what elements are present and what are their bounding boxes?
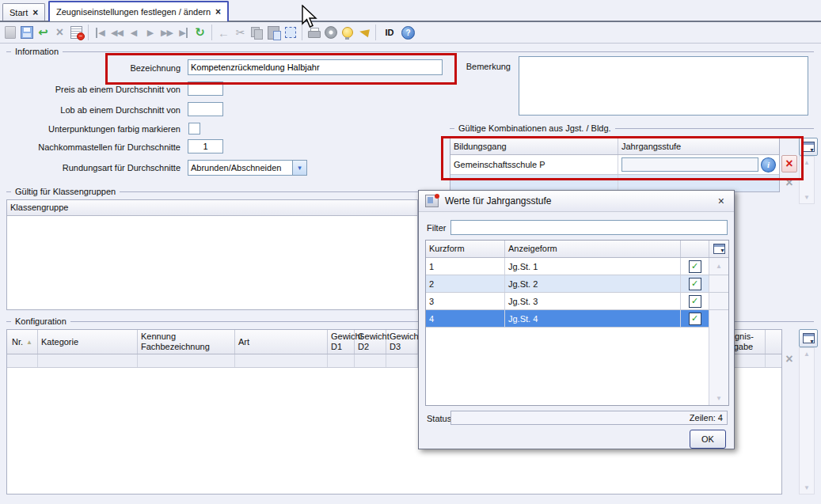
klassengruppen-header-row: Klassengruppe: [7, 200, 417, 216]
remove-form-button[interactable]: −: [68, 25, 85, 41]
previous-record-button[interactable]: ◀: [125, 25, 142, 41]
dialog-titlebar[interactable]: Werte für Jahrgangsstufe ×: [419, 191, 734, 212]
chevron-down-icon[interactable]: ▾: [292, 161, 306, 175]
filter-input[interactable]: [450, 220, 728, 235]
next-record-button[interactable]: ▶: [142, 25, 158, 41]
save-icon: [21, 26, 33, 39]
dialog-close-icon[interactable]: ×: [715, 195, 728, 207]
scroll-down-icon[interactable]: ▼: [800, 484, 814, 491]
column-header-gewicht-d2[interactable]: GewichtD2: [355, 330, 386, 354]
scroll-up-icon[interactable]: ▲: [800, 351, 814, 358]
column-header-klassengruppe[interactable]: Klassengruppe: [7, 200, 417, 215]
column-header-bildungsgang[interactable]: Bildungsgang: [450, 138, 618, 154]
tab-zeugniseinstellungen[interactable]: Zeugniseinstellungen festlegen / ändern …: [48, 1, 229, 21]
tab-zeugniseinstellungen-close-icon[interactable]: ×: [215, 8, 221, 16]
scroll-up-icon[interactable]: ▲: [800, 159, 814, 166]
delete-row-button[interactable]: ×: [781, 155, 797, 172]
last-record-button[interactable]: ▶: [175, 25, 192, 41]
dialog-scrollbar-cell[interactable]: ▲: [709, 258, 728, 275]
column-header-nr[interactable]: Nr.▲: [7, 330, 38, 354]
jahrgangsstufe-cell[interactable]: i: [618, 155, 779, 174]
dialog-add-button[interactable]: [709, 241, 728, 257]
delete-button[interactable]: ×: [51, 25, 68, 41]
fast-next-button[interactable]: ▶▶: [158, 25, 175, 41]
konfiguration-scrollbar[interactable]: ▲ ▼: [799, 347, 815, 495]
undo-button[interactable]: ↩: [35, 25, 51, 41]
kurzform-cell[interactable]: 1: [426, 258, 505, 275]
bezeichnung-input[interactable]: [188, 59, 443, 75]
rundungsart-select[interactable]: Abrunden/Abschneiden ▾: [188, 160, 307, 176]
hint-button[interactable]: [339, 25, 355, 41]
toolbar-separator: [88, 25, 89, 40]
dialog-row-4-selected[interactable]: 4 Jg.St. 4 ✓: [426, 310, 728, 328]
clear-filter-icon: ×: [781, 352, 797, 366]
add-konfiguration-button[interactable]: [799, 329, 818, 347]
info-icon[interactable]: i: [761, 157, 776, 172]
print-button[interactable]: [306, 25, 322, 41]
row-checkbox-checked[interactable]: ✓: [689, 278, 701, 290]
lob-label: Lob ab einem Durchschnitt von: [24, 105, 181, 115]
help-button[interactable]: ?: [400, 25, 416, 41]
kurzform-cell[interactable]: 4: [426, 310, 505, 327]
column-header-kennung[interactable]: KennungFachbezeichnung: [138, 330, 235, 354]
nachkommastellen-input[interactable]: [188, 139, 223, 153]
previous-record-icon: ◀: [131, 28, 136, 38]
lob-input[interactable]: [188, 102, 223, 116]
tab-start-close-icon[interactable]: ×: [32, 9, 38, 17]
row-checkbox-checked[interactable]: ✓: [689, 313, 701, 325]
first-record-button[interactable]: ◀: [92, 25, 108, 41]
anzeigeform-cell[interactable]: Jg.St. 3: [505, 293, 681, 309]
column-header-anzeigeform[interactable]: Anzeigeform: [505, 241, 681, 257]
kurzform-cell[interactable]: 3: [426, 293, 505, 309]
kombinationen-scrollbar[interactable]: ▲ ▼: [799, 156, 815, 204]
tab-start[interactable]: Start ×: [2, 3, 45, 21]
kombinationen-empty-row[interactable]: [450, 175, 779, 191]
anzeigeform-cell[interactable]: Jg.St. 1: [505, 258, 681, 275]
back-button[interactable]: ←: [215, 25, 232, 41]
paste-button[interactable]: [265, 25, 282, 41]
kombinationen-row[interactable]: Gemeinschaftsschule P i: [450, 155, 779, 175]
column-header-art[interactable]: Art: [235, 330, 328, 354]
ok-button[interactable]: OK: [690, 430, 726, 449]
dialog-row-3[interactable]: 3 Jg.St. 3 ✓: [426, 293, 728, 310]
unterpunktungen-label: Unterpunktungen farbig markieren: [24, 124, 181, 134]
row-checkbox-checked[interactable]: ✓: [689, 295, 701, 308]
save-button[interactable]: [18, 25, 35, 41]
export-button[interactable]: [322, 25, 339, 41]
copy-button[interactable]: [249, 25, 265, 41]
column-header-gewicht-d1[interactable]: GewichtD1: [328, 330, 355, 354]
scroll-down-icon[interactable]: ▼: [800, 194, 814, 201]
anzeigeform-cell[interactable]: Jg.St. 4: [505, 310, 681, 327]
notify-button[interactable]: [355, 25, 372, 41]
add-combination-button[interactable]: [799, 138, 818, 156]
unterpunktungen-checkbox[interactable]: [188, 123, 200, 135]
kurzform-cell[interactable]: 2: [426, 275, 505, 292]
anzeigeform-cell[interactable]: Jg.St. 2: [505, 275, 681, 292]
column-header-jahrgangsstufe[interactable]: Jahrgangsstufe: [618, 138, 779, 154]
rundungsart-label: Rundungsart für Durchschnitte: [24, 163, 181, 172]
column-header-gewicht-d3[interactable]: GewichtD3: [386, 330, 418, 354]
bildungsgang-cell[interactable]: Gemeinschaftsschule P: [450, 155, 618, 174]
preis-input[interactable]: [188, 81, 223, 96]
dialog-scrollbar-cell[interactable]: [709, 310, 728, 327]
dialog-row-2[interactable]: 2 Jg.St. 2 ✓: [426, 275, 728, 293]
fast-previous-button[interactable]: ◀◀: [108, 25, 125, 41]
id-button[interactable]: ID: [379, 25, 400, 41]
select-button[interactable]: [282, 25, 298, 41]
dialog-scrollbar-cell[interactable]: [709, 293, 728, 309]
dialog-scrollbar[interactable]: ▼: [709, 326, 728, 405]
jahrgangsstufe-input[interactable]: [621, 157, 758, 172]
bemerkung-textarea[interactable]: [519, 56, 808, 116]
refresh-icon: ↻: [195, 25, 205, 40]
cut-button[interactable]: ✂: [232, 25, 249, 41]
column-header-kurzform[interactable]: Kurzform: [426, 241, 505, 257]
new-record-button[interactable]: [2, 25, 18, 41]
dialog-scrollbar-cell[interactable]: [709, 275, 728, 292]
scroll-down-icon[interactable]: ▼: [709, 395, 728, 402]
column-header-kategorie[interactable]: Kategorie: [38, 330, 138, 354]
row-checkbox-checked[interactable]: ✓: [689, 260, 701, 273]
scroll-up-icon[interactable]: ▲: [716, 263, 722, 270]
refresh-button[interactable]: ↻: [192, 25, 208, 41]
dialog-row-1[interactable]: 1 Jg.St. 1 ✓ ▲: [426, 258, 728, 275]
application-window: Start × Zeugniseinstellungen festlegen /…: [0, 0, 821, 504]
